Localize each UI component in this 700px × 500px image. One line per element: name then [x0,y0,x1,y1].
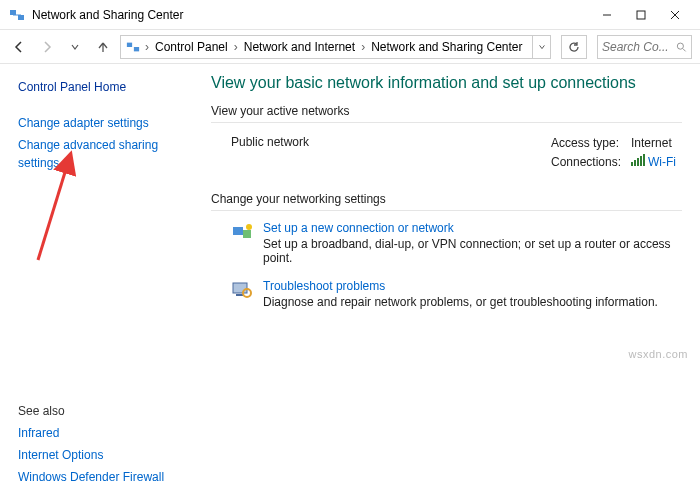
back-button[interactable] [8,36,30,58]
main-panel: View your basic network information and … [185,64,700,500]
connection-name: Wi-Fi [648,155,676,169]
sidebar: Control Panel Home Change adapter settin… [0,64,185,500]
svg-rect-1 [18,15,24,20]
svg-rect-0 [10,10,16,15]
control-panel-home-link[interactable]: Control Panel Home [18,78,177,96]
change-settings-heading: Change your networking settings [211,192,682,211]
maximize-button[interactable] [624,3,658,27]
network-details: Access type: Internet Connections: Wi-Fi [545,133,682,172]
chevron-right-icon[interactable]: › [143,40,151,54]
breadcrumb-item[interactable]: Network and Sharing Center [369,40,524,54]
breadcrumb[interactable]: › Control Panel › Network and Internet ›… [120,35,533,59]
nav-row: › Control Panel › Network and Internet ›… [0,30,700,64]
chevron-right-icon[interactable]: › [232,40,240,54]
breadcrumb-item[interactable]: Control Panel [153,40,230,54]
svg-rect-11 [233,227,243,235]
see-also-internet-options[interactable]: Internet Options [18,446,177,464]
setup-connection-desc: Set up a broadband, dial-up, or VPN conn… [263,237,682,265]
svg-line-10 [683,48,686,51]
window-controls [590,3,692,27]
chevron-right-icon[interactable]: › [359,40,367,54]
window-title: Network and Sharing Center [32,8,590,22]
breadcrumb-item[interactable]: Network and Internet [242,40,357,54]
svg-rect-12 [243,230,251,238]
svg-rect-7 [127,42,132,46]
minimize-button[interactable] [590,3,624,27]
see-also-infrared[interactable]: Infrared [18,424,177,442]
search-icon [676,41,687,53]
troubleshoot-item[interactable]: Troubleshoot problems Diagnose and repai… [211,279,682,309]
forward-button[interactable] [36,36,58,58]
network-name: Public network [231,133,309,149]
watermark: wsxdn.com [628,348,688,360]
svg-rect-4 [637,11,645,19]
see-also-firewall[interactable]: Windows Defender Firewall [18,468,177,486]
refresh-button[interactable] [561,35,587,59]
up-button[interactable] [92,36,114,58]
change-advanced-sharing-link[interactable]: Change advanced sharing settings [18,136,177,172]
active-network-row: Public network Access type: Internet Con… [211,133,682,172]
troubleshoot-link[interactable]: Troubleshoot problems [263,279,658,293]
active-networks-heading: View your active networks [211,104,682,123]
troubleshoot-icon [231,279,253,301]
svg-rect-8 [134,47,139,51]
close-button[interactable] [658,3,692,27]
wifi-signal-icon [631,154,645,166]
setup-connection-link[interactable]: Set up a new connection or network [263,221,682,235]
search-input[interactable] [602,40,676,54]
address-dropdown[interactable] [533,35,551,59]
see-also-heading: See also [18,404,177,418]
search-box[interactable] [597,35,692,59]
network-center-icon [8,6,26,24]
troubleshoot-desc: Diagnose and repair network problems, or… [263,295,658,309]
page-title: View your basic network information and … [211,74,682,92]
recent-locations-dropdown[interactable] [64,36,86,58]
change-adapter-settings-link[interactable]: Change adapter settings [18,114,177,132]
svg-rect-14 [233,283,247,293]
access-type-value: Internet [627,135,680,151]
titlebar: Network and Sharing Center [0,0,700,30]
access-type-label: Access type: [547,135,625,151]
connections-label: Connections: [547,153,625,170]
network-center-icon [125,39,141,55]
svg-point-9 [678,43,684,49]
connections-link[interactable]: Wi-Fi [627,153,680,170]
content: Control Panel Home Change adapter settin… [0,64,700,500]
setup-connection-icon [231,221,253,243]
setup-connection-item[interactable]: Set up a new connection or network Set u… [211,221,682,265]
svg-point-13 [246,224,252,230]
